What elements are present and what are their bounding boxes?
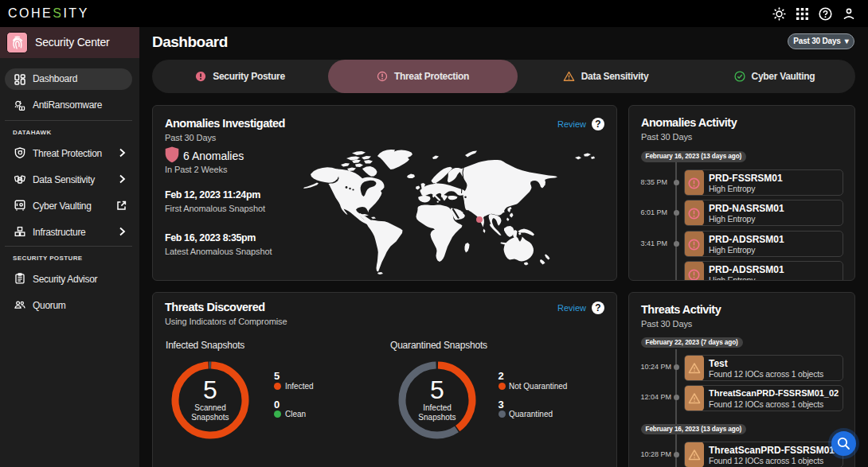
svg-text:5: 5 <box>430 376 444 404</box>
svg-text:Snapshots: Snapshots <box>192 413 229 422</box>
svg-text:Scanned: Scanned <box>195 403 226 412</box>
svg-text:5: 5 <box>203 376 217 404</box>
svg-text:Infected: Infected <box>423 403 452 412</box>
svg-text:Snapshots: Snapshots <box>418 413 456 422</box>
